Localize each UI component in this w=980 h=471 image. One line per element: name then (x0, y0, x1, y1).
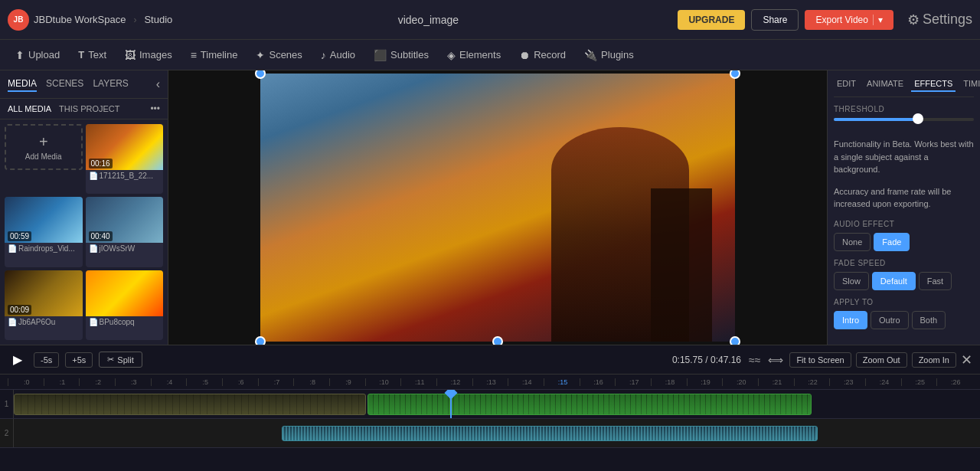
ruler-mark: :20 (722, 378, 758, 386)
nav-elements[interactable]: ◈ Elements (439, 46, 508, 64)
file-icon-5: 📄 (89, 318, 98, 326)
split-button[interactable]: ✂ Split (99, 352, 142, 368)
export-button[interactable]: Export Video ▾ (805, 10, 893, 30)
media-duration-3: 00:40 (89, 231, 113, 241)
resize-handle-br[interactable] (730, 336, 740, 345)
nav-subtitles[interactable]: ⬛ Subtitles (366, 46, 436, 64)
play-button[interactable]: ▶ (8, 350, 28, 370)
tab-effects[interactable]: EFFECTS (911, 77, 956, 92)
settings-button[interactable]: ⚙ Settings (907, 11, 972, 28)
tab-layers[interactable]: LAYERS (93, 77, 128, 92)
ruler-mark: :25 (901, 378, 937, 386)
clip-stripe-1b (368, 394, 811, 414)
fit-screen-button[interactable]: Fit to Screen (789, 352, 851, 368)
nav-plugins-label: Plugins (601, 49, 634, 61)
timeline-controls: ▶ -5s +5s ✂ Split 0:15.75 / 0:47.16 ≈≈ ⟺… (0, 345, 980, 375)
track-label-2: 2 (0, 419, 14, 447)
audio-levels-icon[interactable]: ≈≈ (747, 352, 762, 368)
media-item-3[interactable]: 00:40 📄 jIOWsSrW (86, 197, 164, 267)
clip-stripe-1a (15, 394, 365, 414)
tab-timing[interactable]: TIMING (960, 77, 980, 92)
threshold-slider[interactable] (834, 118, 974, 129)
tab-scenes[interactable]: SCENES (46, 77, 83, 92)
plugins-icon: 🔌 (584, 49, 597, 61)
track-clip-2a[interactable] (282, 426, 818, 441)
nav-upload[interactable]: ⬆ Upload (8, 46, 67, 64)
zoom-out-button[interactable]: Zoom Out (856, 352, 907, 368)
logo-brand: JBDtube WorkSpace (34, 14, 126, 25)
ruler-mark: :14 (508, 378, 544, 386)
upload-icon: ⬆ (15, 49, 24, 61)
close-timeline-button[interactable]: ✕ (961, 352, 972, 368)
scenes-icon: ✦ (256, 49, 265, 61)
track-content-1 (14, 390, 980, 418)
media-thumb-1: 00:16 (86, 124, 164, 170)
timeline-area: ▶ -5s +5s ✂ Split 0:15.75 / 0:47.16 ≈≈ ⟺… (0, 345, 980, 471)
nav-record[interactable]: ⏺ Record (511, 46, 573, 64)
fade-option-default[interactable]: Default (872, 272, 916, 290)
media-filter-tabs: ALL MEDIA THIS PROJECT ••• (0, 99, 168, 119)
fade-option-slow[interactable]: Slow (834, 272, 869, 290)
minus5-button[interactable]: -5s (34, 352, 59, 368)
ruler-mark: :15 (544, 378, 580, 386)
media-item-2[interactable]: 00:59 📄 Raindrops_Vid... (5, 197, 83, 267)
export-dropdown-icon[interactable]: ▾ (873, 15, 883, 25)
nav-scenes[interactable]: ✦ Scenes (248, 46, 309, 64)
video-canvas (260, 74, 735, 342)
media-item-5[interactable]: 📄 BPu8copq (86, 270, 164, 340)
tab-media[interactable]: MEDIA (8, 77, 37, 92)
navbar: ⬆ Upload T Text 🖼 Images ≡ Timeline ✦ Sc… (0, 40, 980, 70)
nav-timeline[interactable]: ≡ Timeline (183, 46, 246, 64)
ruler-mark: :1 (44, 378, 80, 386)
slider-thumb[interactable] (913, 113, 923, 124)
file-icon-1: 📄 (89, 172, 98, 180)
ruler-mark: :5 (186, 378, 222, 386)
audio-option-none[interactable]: None (834, 233, 871, 251)
apply-option-outro[interactable]: Outro (871, 311, 909, 329)
breadcrumb-studio: Studio (144, 14, 172, 25)
media-item-1[interactable]: 00:16 📄 171215_B_22... (86, 124, 164, 194)
tab-this-project[interactable]: THIS PROJECT (59, 104, 119, 113)
nav-text[interactable]: T Text (70, 46, 114, 64)
fade-speed-label: FADE SPEED (834, 259, 974, 267)
add-media-button[interactable]: + Add Media (5, 124, 83, 170)
audio-option-fade[interactable]: Fade (874, 233, 910, 251)
media-more-button[interactable]: ••• (150, 103, 160, 114)
panel-collapse-button[interactable]: ‹ (156, 77, 160, 91)
tab-edit[interactable]: EDIT (834, 77, 859, 92)
ruler-mark: :3 (115, 378, 151, 386)
resize-handle-tr[interactable] (730, 70, 740, 79)
file-icon-2: 📄 (8, 244, 17, 253)
share-button[interactable]: Share (751, 9, 799, 31)
apply-option-intro[interactable]: Intro (834, 311, 867, 329)
media-filename-4: 📄 Jb6AP6Ou (5, 316, 83, 328)
right-panel: EDIT ANIMATE EFFECTS TIMING THRESHOLD Fu… (827, 70, 980, 345)
nav-images[interactable]: 🖼 Images (117, 46, 180, 64)
ruler-marks-container: :0 :1 :2 :3 :4 :5 :6 :7 :8 :9 :10 :11 :1… (8, 378, 972, 386)
media-item-4[interactable]: 00:09 📄 Jb6AP6Ou (5, 270, 83, 340)
track-clip-1a[interactable] (14, 394, 366, 415)
apply-option-both[interactable]: Both (912, 311, 946, 329)
resize-handle-bc[interactable] (492, 336, 503, 345)
tab-animate[interactable]: ANIMATE (864, 77, 906, 92)
settings-label: Settings (923, 11, 972, 28)
resize-handle-bl[interactable] (255, 336, 266, 345)
plus5-button[interactable]: +5s (65, 352, 93, 368)
nav-plugins[interactable]: 🔌 Plugins (577, 46, 642, 64)
ruler-mark: :21 (758, 378, 794, 386)
zoom-in-button[interactable]: Zoom In (912, 352, 956, 368)
media-thumb-3: 00:40 (86, 197, 164, 243)
split-icon-btn[interactable]: ⟺ (766, 352, 785, 368)
nav-audio[interactable]: ♪ Audio (313, 46, 363, 64)
nav-images-label: Images (139, 49, 172, 61)
upgrade-button[interactable]: UPGRADE (678, 10, 745, 30)
subtitles-icon: ⬛ (374, 49, 387, 61)
track-clip-1b[interactable] (368, 394, 812, 415)
fade-option-fast[interactable]: Fast (919, 272, 952, 290)
nav-audio-label: Audio (330, 49, 355, 61)
ruler-mark: :8 (293, 378, 329, 386)
media-filename-1: 📄 171215_B_22... (86, 170, 164, 182)
tab-all-media[interactable]: ALL MEDIA (8, 104, 51, 113)
threshold-label: THRESHOLD (834, 105, 974, 113)
waveform-visual (283, 427, 817, 440)
